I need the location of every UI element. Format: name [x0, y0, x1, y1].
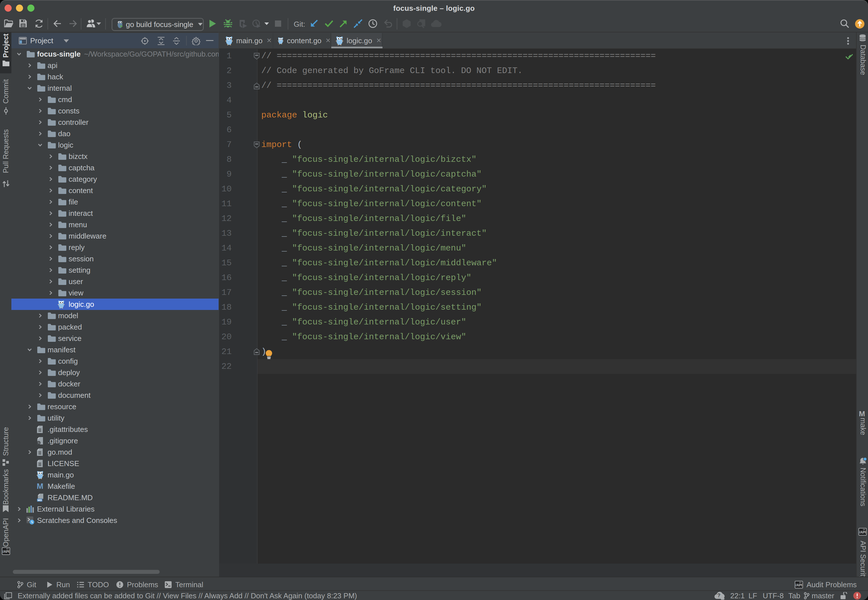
- svg-text:MD: MD: [38, 498, 42, 502]
- svg-text:/API: /API: [795, 583, 802, 587]
- svg-text:/API: /API: [3, 550, 9, 554]
- svg-text:/API: /API: [859, 530, 866, 534]
- svg-text:?: ?: [718, 592, 721, 598]
